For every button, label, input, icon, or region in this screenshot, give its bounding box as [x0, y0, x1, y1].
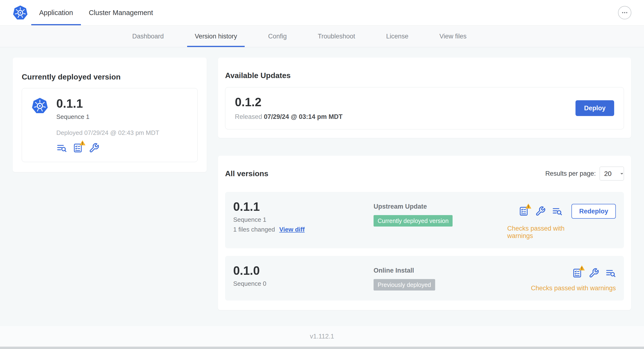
warning-triangle-icon	[525, 203, 532, 209]
version-row: 0.1.1 Sequence 1 1 files changed View di…	[225, 192, 624, 248]
nav-item-troubleshoot-label: Troubleshoot	[318, 33, 355, 40]
logs-icon[interactable]	[56, 143, 67, 153]
row-sequence: Sequence 1	[233, 216, 374, 224]
window-bottom-edge	[0, 346, 644, 349]
deployed-status-badge: Currently deployed version	[374, 215, 452, 226]
row-source-label: Online Install	[374, 267, 507, 274]
all-versions-title: All versions	[225, 169, 268, 178]
released-label: Released	[235, 113, 262, 120]
right-column: Available Updates 0.1.2 Released 07/29/2…	[218, 58, 631, 310]
tab-application[interactable]: Application	[31, 0, 81, 25]
nav-item-config[interactable]: Config	[260, 26, 294, 47]
current-version-action-icons	[56, 143, 188, 153]
app-footer: v1.112.1	[0, 326, 644, 346]
tab-cluster-management[interactable]: Cluster Management	[81, 0, 161, 25]
app-root: Application Cluster Management Dashboard…	[0, 0, 644, 47]
tab-cluster-management-label: Cluster Management	[89, 9, 153, 17]
edit-config-icon[interactable]	[588, 268, 599, 278]
row-source-label: Upstream Update	[374, 203, 507, 210]
nav-item-dashboard[interactable]: Dashboard	[124, 26, 172, 47]
current-version-number: 0.1.1	[56, 98, 90, 110]
update-released-line: Released 07/29/24 @ 03:14 pm MDT	[235, 113, 342, 120]
edit-config-icon[interactable]	[89, 143, 99, 153]
nav-item-view-files[interactable]: View files	[432, 26, 474, 47]
results-per-page-select[interactable]: 20	[600, 166, 624, 180]
tab-application-label: Application	[39, 9, 73, 17]
version-row: 0.1.0 Sequence 0 Online Install Previous…	[225, 256, 624, 300]
row-sequence: Sequence 0	[233, 280, 374, 288]
deploy-button[interactable]: Deploy	[576, 100, 614, 116]
nav-item-config-label: Config	[268, 33, 287, 40]
warning-triangle-icon	[578, 265, 585, 271]
preflight-checks-icon[interactable]	[72, 143, 83, 153]
all-versions-card: All versions Results per page: 20 0.1.1 …	[218, 156, 631, 310]
released-date: 07/29/24 @ 03:14 pm MDT	[264, 113, 342, 120]
nav-item-version-history-label: Version history	[195, 33, 237, 40]
row-version-number: 0.1.0	[233, 264, 374, 277]
results-per-page-label: Results per page:	[545, 170, 596, 177]
top-tabs: Application Cluster Management	[31, 0, 161, 25]
preflight-checks-icon[interactable]	[518, 206, 529, 216]
console-version: v1.112.1	[310, 333, 334, 340]
kubernetes-app-icon	[32, 98, 48, 114]
update-version-number: 0.1.2	[235, 96, 342, 108]
available-updates-title: Available Updates	[225, 71, 624, 80]
logs-icon[interactable]	[552, 206, 562, 216]
files-changed-label: 1 files changed	[233, 226, 275, 233]
view-diff-link[interactable]: View diff	[279, 226, 304, 233]
app-subnav: Dashboard Version history Config Trouble…	[0, 26, 644, 47]
ellipsis-icon	[620, 8, 629, 17]
current-version-sequence: Sequence 1	[56, 113, 90, 120]
available-updates-card: Available Updates 0.1.2 Released 07/29/2…	[218, 58, 631, 138]
current-version-deployed-date: Deployed 07/29/24 @ 02:43 pm MDT	[56, 129, 188, 136]
currently-deployed-card: Currently deployed version	[13, 58, 207, 172]
nav-item-dashboard-label: Dashboard	[132, 33, 164, 40]
update-row: 0.1.2 Released 07/29/24 @ 03:14 pm MDT D…	[225, 87, 624, 130]
checks-status-text: Checks passed with warnings	[531, 284, 616, 292]
deployed-status-badge: Previously deployed	[374, 279, 435, 290]
nav-item-version-history[interactable]: Version history	[187, 26, 245, 47]
app-header: Application Cluster Management	[0, 0, 644, 26]
nav-item-license-label: License	[386, 33, 408, 40]
nav-item-view-files-label: View files	[440, 33, 467, 40]
warning-triangle-icon	[79, 140, 86, 146]
nav-item-troubleshoot[interactable]: Troubleshoot	[310, 26, 363, 47]
kubernetes-logo-icon	[13, 5, 28, 20]
preflight-checks-icon[interactable]	[572, 268, 582, 278]
checks-status-text: Checks passed with warnings	[507, 225, 567, 240]
results-per-page: Results per page: 20	[545, 166, 624, 180]
logs-icon[interactable]	[605, 268, 616, 278]
edit-config-icon[interactable]	[535, 206, 546, 216]
redeploy-button[interactable]: Redeploy	[572, 204, 616, 219]
currently-deployed-inner-card: 0.1.1 Sequence 1 Deployed 07/29/24 @ 02:…	[22, 88, 198, 162]
row-version-number: 0.1.1	[233, 200, 374, 213]
nav-item-license[interactable]: License	[378, 26, 416, 47]
more-options-button[interactable]	[618, 6, 631, 19]
currently-deployed-title: Currently deployed version	[22, 72, 198, 82]
